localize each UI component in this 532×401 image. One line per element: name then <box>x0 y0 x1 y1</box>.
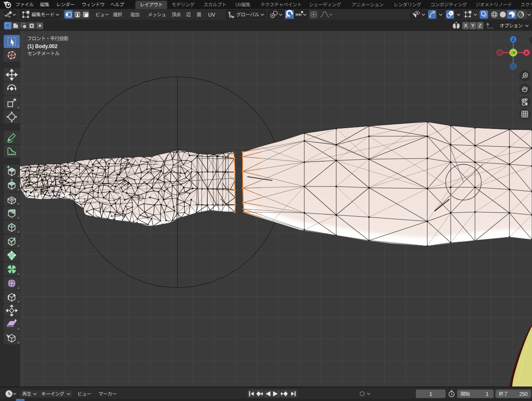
svg-text:(1) Body.002: (1) Body.002 <box>28 43 58 49</box>
svg-text:Y: Y <box>471 23 475 28</box>
svg-text:1: 1 <box>486 391 489 397</box>
svg-text:-Y: -Y <box>511 50 515 55</box>
svg-text:Z: Z <box>478 23 481 28</box>
svg-text:Z: Z <box>512 37 515 42</box>
svg-text:X: X <box>525 50 528 55</box>
svg-text:X: X <box>464 23 467 28</box>
svg-text:1: 1 <box>429 391 432 397</box>
svg-text:250: 250 <box>519 391 528 397</box>
svg-text:UV: UV <box>208 12 215 18</box>
